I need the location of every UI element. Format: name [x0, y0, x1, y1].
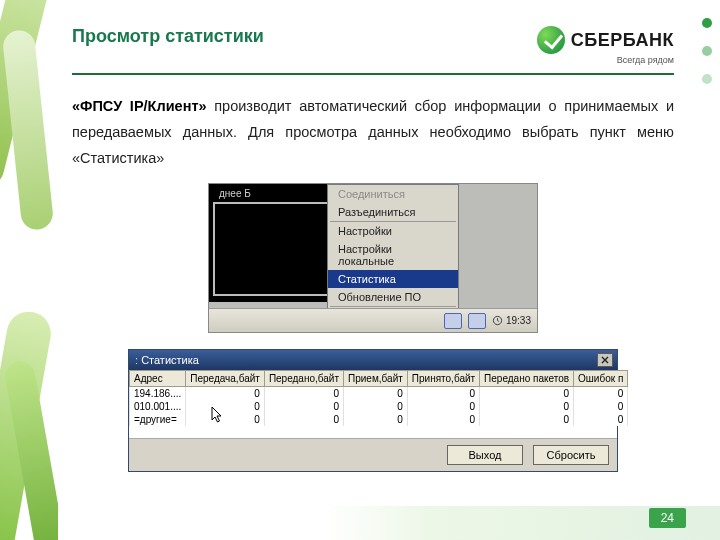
- clock-icon: [492, 315, 503, 326]
- cursor-icon: [211, 406, 225, 424]
- menu-item[interactable]: Разъединиться: [328, 203, 458, 221]
- table-cell: 0: [574, 387, 628, 401]
- table-cell: 0: [407, 400, 479, 413]
- menu-item[interactable]: Настройки локальные: [328, 240, 458, 270]
- close-icon: [601, 356, 609, 364]
- table-cell: 0: [186, 413, 265, 426]
- brand-slogan: Всегда рядом: [537, 56, 674, 65]
- table-cell: 0: [344, 400, 408, 413]
- tray-icon[interactable]: [444, 313, 462, 329]
- statistics-window: : Статистика АдресПередача,байтПередано,…: [128, 349, 618, 472]
- context-menu-screenshot: днее Б СоединитьсяРазъединитьсяНастройки…: [208, 183, 538, 333]
- body-paragraph: «ФПСУ IP/Клиент» производит автоматическ…: [72, 93, 674, 171]
- table-cell: 0: [264, 413, 343, 426]
- context-menu: СоединитьсяРазъединитьсяНастройкиНастрой…: [327, 184, 459, 326]
- brand-block: СБЕРБАНК Всегда рядом: [537, 26, 674, 65]
- bg-app-text: днее Б: [219, 188, 251, 199]
- menu-item[interactable]: Соединиться: [328, 185, 458, 203]
- menu-item[interactable]: Настройки: [328, 222, 458, 240]
- taskbar-clock: 19:33: [492, 315, 531, 326]
- table-header[interactable]: Адрес: [130, 371, 186, 387]
- exit-button[interactable]: Выход: [447, 445, 523, 465]
- menu-item[interactable]: Обновление ПО: [328, 288, 458, 306]
- table-header[interactable]: Передано,байт: [264, 371, 343, 387]
- table-cell: 0: [264, 400, 343, 413]
- table-cell: =другие=: [130, 413, 186, 426]
- window-button-row: Выход Сбросить: [129, 438, 617, 471]
- footer-gradient: [0, 506, 720, 540]
- table-header[interactable]: Прием,байт: [344, 371, 408, 387]
- table-header[interactable]: Ошибок п: [574, 371, 628, 387]
- table-cell: 010.001....: [130, 400, 186, 413]
- table-cell: 0: [264, 387, 343, 401]
- table-cell: 0: [344, 413, 408, 426]
- taskbar: 19:33: [209, 308, 537, 332]
- table-cell: 0: [480, 413, 574, 426]
- tray-icon[interactable]: [468, 313, 486, 329]
- reset-button[interactable]: Сбросить: [533, 445, 609, 465]
- body-lead-bold: «ФПСУ IP/Клиент»: [72, 98, 207, 114]
- table-cell: 0: [186, 400, 265, 413]
- brand-name: СБЕРБАНК: [571, 31, 674, 49]
- window-titlebar[interactable]: : Статистика: [129, 350, 617, 370]
- table-cell: 194.186....: [130, 387, 186, 401]
- table-cell: 0: [407, 413, 479, 426]
- table-cell: 0: [574, 413, 628, 426]
- table-row[interactable]: 010.001....000000: [130, 400, 628, 413]
- table-cell: 0: [480, 387, 574, 401]
- table-row[interactable]: 194.186....000000: [130, 387, 628, 401]
- table-cell: 0: [186, 387, 265, 401]
- window-title: : Статистика: [135, 354, 199, 366]
- table-header[interactable]: Передано пакетов: [480, 371, 574, 387]
- table-cell: 0: [480, 400, 574, 413]
- menu-item[interactable]: Статистика: [328, 270, 458, 288]
- table-cell: 0: [407, 387, 479, 401]
- page-title: Просмотр статистики: [72, 26, 264, 47]
- table-cell: 0: [574, 400, 628, 413]
- header-divider: [72, 73, 674, 75]
- table-header[interactable]: Принято,байт: [407, 371, 479, 387]
- table-header[interactable]: Передача,байт: [186, 371, 265, 387]
- sberbank-logo-icon: [537, 26, 565, 54]
- page-number-badge: 24: [649, 508, 686, 528]
- table-row[interactable]: =другие=000000: [130, 413, 628, 426]
- table-cell: 0: [344, 387, 408, 401]
- close-button[interactable]: [597, 353, 613, 367]
- statistics-table: АдресПередача,байтПередано,байтПрием,бай…: [129, 370, 628, 426]
